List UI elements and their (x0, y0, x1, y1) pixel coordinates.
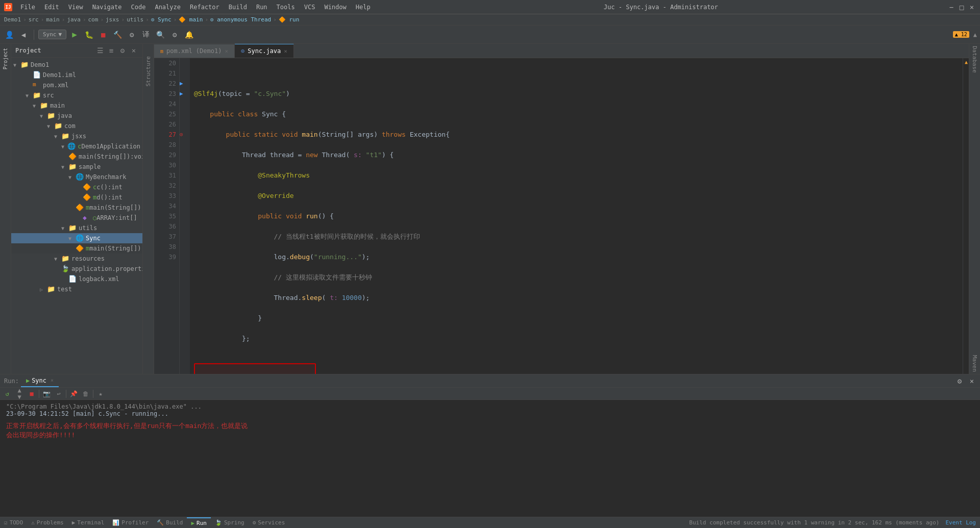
structure-panel-label[interactable]: Structure (144, 54, 153, 89)
sidebar-collapse-all-btn[interactable]: ≡ (107, 46, 116, 55)
tree-sync-main[interactable]: 🔶 m main(String[]):void (11, 243, 142, 254)
minimize-button[interactable]: − (947, 3, 955, 11)
bottom-settings-btn[interactable]: ⚙ (953, 375, 966, 387)
menu-refactor[interactable]: Refactor (186, 3, 224, 12)
tree-com[interactable]: ▼ 📁 com (11, 121, 142, 131)
scroll-down-btn[interactable]: ▼ (14, 394, 24, 400)
run-config-dropdown[interactable]: Sync ▼ (38, 30, 66, 39)
stop-btn[interactable]: ■ (97, 29, 109, 41)
footer-tab-services[interactable]: ⚙ Services (249, 517, 289, 529)
tree-bench-main[interactable]: 🔶 m main(String[]):void (11, 203, 142, 213)
tree-demo1app[interactable]: ▼ 🌐 c Demo1Application (11, 141, 142, 152)
back-btn[interactable]: ◀ (17, 29, 30, 41)
tree-d[interactable]: 🔶 m d():int (11, 192, 142, 203)
rebuild-btn[interactable]: 🔨 (111, 29, 124, 41)
tab-syncjava-close[interactable]: × (284, 48, 287, 55)
breadcrumb-java[interactable]: java (67, 16, 81, 23)
breadcrumb-anon-thread[interactable]: ⊙ anonymous Thread (210, 16, 271, 23)
bottom-tab-sync[interactable]: ▶ Sync × (21, 375, 59, 387)
database-panel-label[interactable]: Database (970, 44, 979, 75)
event-log-link[interactable]: Event Log (945, 519, 976, 526)
menu-help[interactable]: Help (352, 3, 375, 12)
footer-tab-spring[interactable]: 🍃 Spring (211, 517, 249, 529)
tree-jsxs[interactable]: ▼ 📁 jsxs (11, 131, 142, 141)
bottom-tab-sync-close[interactable]: × (51, 378, 54, 383)
tab-syncjava[interactable]: ⊙ Sync.java × (235, 44, 294, 58)
breadcrumb-com[interactable]: com (88, 16, 99, 23)
search-btn[interactable]: 🔍 (154, 29, 166, 41)
tree-main[interactable]: ▼ 📁 main (11, 100, 142, 111)
footer-tab-run[interactable]: ▶ Run (187, 517, 211, 529)
tree-utils[interactable]: ▼ 📁 utils (11, 223, 142, 233)
menu-build[interactable]: Build (225, 3, 251, 12)
tree-array[interactable]: ◆ ○ ARRAY:int[] (11, 213, 142, 223)
fav-btn[interactable]: ★ (95, 389, 106, 399)
menu-vcs[interactable]: VCS (300, 3, 320, 12)
maximize-button[interactable]: □ (958, 3, 966, 11)
tree-test[interactable]: ▷ 📁 test (11, 284, 142, 294)
footer-tab-problems[interactable]: ⚠ Problems (27, 517, 68, 529)
tree-mybench[interactable]: ▼ 🌐 MyBenchmark (11, 172, 142, 182)
tab-pomxml-close[interactable]: × (225, 48, 228, 55)
build-btn[interactable]: ⚙ (126, 29, 138, 41)
project-panel-toggle[interactable]: Project (2, 46, 9, 71)
breadcrumb-main[interactable]: main (46, 16, 60, 23)
tree-c[interactable]: 🔶 c c():int (11, 182, 142, 192)
tree-java[interactable]: ▼ 📁 java (11, 111, 142, 121)
footer-tab-terminal[interactable]: ▶ Terminal (68, 517, 109, 529)
code-text-area[interactable]: @Slf4j(topic = "c.Sync") public class Sy… (190, 58, 963, 374)
breadcrumb-sync[interactable]: ⊙ Sync (151, 16, 172, 23)
menu-file[interactable]: File (16, 3, 39, 12)
tab-pomxml[interactable]: m pom.xml (Demo1) × (154, 44, 235, 58)
breadcrumb-run[interactable]: 🔶 run (279, 16, 300, 23)
tree-sample[interactable]: ▼ 📁 sample (11, 162, 142, 172)
tree-demo1[interactable]: ▼ 📁 Demo1 (11, 60, 142, 70)
tree-logback[interactable]: 📄 logback.xml (11, 274, 142, 284)
footer-tab-profiler[interactable]: 📊 Profiler (108, 517, 153, 529)
tree-demo1iml[interactable]: 📄 Demo1.iml (11, 70, 142, 80)
breadcrumb-demo1[interactable]: Demo1 (4, 16, 21, 23)
breadcrumb-m-main[interactable]: 🔶 main (179, 16, 203, 23)
breadcrumb-jsxs[interactable]: jsxs (106, 16, 119, 23)
tree-resources[interactable]: ▼ 📁 resources (11, 254, 142, 264)
menu-tools[interactable]: Tools (273, 3, 299, 12)
footer-tab-build[interactable]: 🔨 Build (153, 517, 187, 529)
tree-src[interactable]: ▼ 📁 src (11, 90, 142, 100)
code-line-24: Thread thread = new Thread( s: "t1") { (194, 150, 959, 160)
profile-btn[interactable]: 👤 (3, 29, 15, 41)
sidebar-expand-all-btn[interactable]: ☰ (95, 46, 105, 55)
wrap-btn[interactable]: ↩ (54, 389, 64, 399)
footer-tab-todo[interactable]: ☑ TODO (0, 517, 27, 529)
tree-sync[interactable]: ▼ 🌐 Sync (11, 233, 142, 243)
sidebar-settings-btn[interactable]: ⚙ (118, 46, 127, 55)
run-btn[interactable]: ▶ (68, 29, 81, 41)
stop-run-btn[interactable]: ■ (27, 389, 37, 399)
menu-window[interactable]: Window (320, 3, 350, 12)
notifications-btn[interactable]: 🔔 (183, 29, 195, 41)
settings-btn[interactable]: ⚙ (168, 29, 181, 41)
clear-btn[interactable]: 🗑 (81, 389, 91, 399)
close-button[interactable]: × (968, 3, 976, 11)
breadcrumb-utils[interactable]: utils (127, 16, 143, 23)
warning-expand-btn[interactable]: ▲ (973, 31, 977, 38)
translate-btn[interactable]: 译 (140, 29, 152, 41)
tree-pomxml[interactable]: m pom.xml (11, 80, 142, 90)
breadcrumb-src[interactable]: src (29, 16, 39, 23)
menu-run[interactable]: Run (252, 3, 272, 12)
menu-code[interactable]: Code (127, 3, 150, 12)
rerun-btn[interactable]: ↺ (2, 389, 12, 399)
maven-panel-label[interactable]: Maven (970, 353, 979, 374)
tree-demo1app-main[interactable]: 🔶 main(String[]):void (11, 152, 142, 162)
scroll-up-btn[interactable]: ▲ (14, 387, 24, 393)
pin-btn[interactable]: 📌 (68, 389, 79, 399)
debug-btn[interactable]: 🐛 (83, 29, 95, 41)
menu-view[interactable]: View (64, 3, 87, 12)
tree-app-props[interactable]: 🍃 application.properties (11, 264, 142, 274)
menu-analyze[interactable]: Analyze (151, 3, 185, 12)
menu-navigate[interactable]: Navigate (88, 3, 126, 12)
warning-badge: ▲ 12 (953, 31, 969, 38)
bottom-close-btn[interactable]: × (966, 375, 978, 387)
screenshot-btn[interactable]: 📷 (41, 389, 52, 399)
sidebar-close-btn[interactable]: × (129, 46, 138, 55)
menu-edit[interactable]: Edit (40, 3, 63, 12)
